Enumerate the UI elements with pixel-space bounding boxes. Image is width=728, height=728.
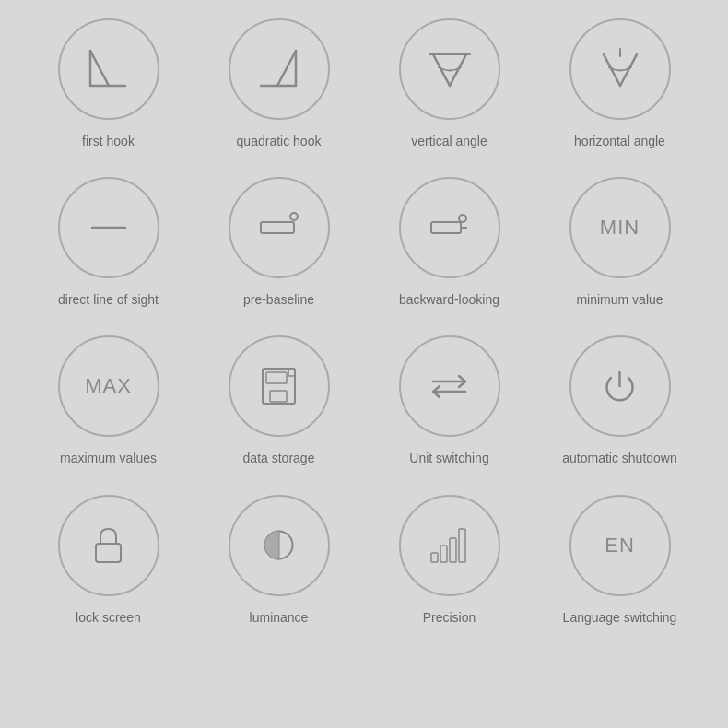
svg-point-10 [290, 213, 298, 220]
svg-point-12 [459, 215, 466, 222]
circle-horizontal-angle [569, 18, 671, 120]
item-backward-looking: backward-looking [369, 177, 530, 308]
circle-data-storage [229, 335, 330, 437]
label-horizontal-angle: horizontal angle [574, 133, 665, 149]
svg-rect-20 [96, 544, 121, 562]
label-data-storage: data storage [243, 450, 315, 466]
svg-rect-23 [431, 553, 438, 562]
circle-luminance [229, 495, 330, 596]
circle-unit-switching [399, 335, 500, 437]
item-vertical-angle: vertical angle [369, 18, 530, 149]
svg-rect-9 [261, 222, 294, 233]
circle-lock-screen [58, 495, 159, 596]
svg-rect-11 [431, 222, 461, 233]
label-automatic-shutdown: automatic shutdown [562, 450, 677, 466]
item-first-hook: first hook [28, 18, 189, 149]
max-text: MAX [85, 374, 132, 398]
circle-automatic-shutdown [569, 335, 671, 437]
svg-rect-14 [263, 369, 295, 404]
item-quadratic-hook: quadratic hook [198, 18, 359, 149]
svg-line-0 [90, 51, 109, 86]
item-minimum-value: MIN minimum value [539, 177, 700, 308]
item-luminance: luminance [198, 495, 359, 626]
circle-first-hook [58, 18, 159, 120]
label-pre-baseline: pre-baseline [243, 291, 314, 308]
label-minimum-value: minimum value [576, 291, 663, 308]
item-language-switching: EN Language switching [539, 495, 700, 626]
item-lock-screen: lock screen [28, 495, 189, 626]
item-pre-baseline: pre-baseline [198, 177, 359, 308]
item-maximum-values: MAX maximum values [28, 335, 189, 466]
circle-minimum-value: MIN [569, 177, 671, 278]
item-precision: Precision [369, 495, 530, 626]
label-precision: Precision [423, 609, 476, 626]
en-text: EN [605, 534, 635, 558]
label-language-switching: Language switching [563, 609, 677, 626]
circle-backward-looking [399, 177, 500, 278]
label-quadratic-hook: quadratic hook [237, 133, 322, 149]
svg-rect-15 [266, 372, 287, 383]
svg-rect-25 [450, 538, 456, 562]
label-direct-line: direct line of sight [58, 291, 159, 308]
icon-grid: first hook quadratic hook vertical angle [28, 18, 700, 626]
circle-quadratic-hook [229, 18, 330, 120]
label-vertical-angle: vertical angle [411, 133, 487, 149]
label-luminance: luminance [250, 609, 309, 626]
circle-direct-line [58, 177, 159, 278]
item-automatic-shutdown: automatic shutdown [539, 335, 700, 466]
circle-maximum-values: MAX [58, 335, 159, 437]
item-horizontal-angle: horizontal angle [539, 18, 700, 149]
svg-rect-26 [459, 529, 465, 562]
circle-vertical-angle [399, 18, 500, 120]
item-direct-line: direct line of sight [28, 177, 189, 308]
label-unit-switching: Unit switching [409, 450, 488, 466]
svg-rect-24 [440, 546, 447, 562]
svg-rect-16 [270, 391, 287, 402]
item-data-storage: data storage [198, 335, 359, 466]
label-lock-screen: lock screen [76, 609, 141, 626]
circle-precision [399, 495, 500, 596]
item-unit-switching: Unit switching [369, 335, 530, 466]
min-text: MIN [600, 216, 640, 240]
label-maximum-values: maximum values [60, 450, 157, 466]
label-first-hook: first hook [82, 133, 135, 149]
circle-pre-baseline [229, 177, 330, 278]
circle-language-switching: EN [569, 495, 671, 596]
svg-line-1 [277, 51, 296, 86]
label-backward-looking: backward-looking [399, 291, 499, 308]
